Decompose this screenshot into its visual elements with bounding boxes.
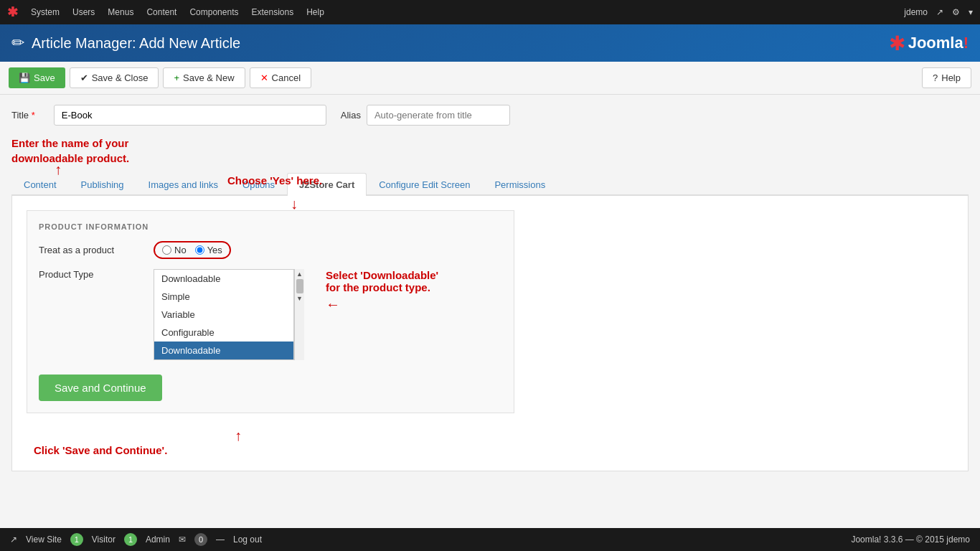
product-type-label: Product Type bbox=[39, 269, 154, 280]
dropdown-list: Downloadable Simple Variable Configurabl… bbox=[154, 269, 294, 360]
tab-images-links[interactable]: Images and links bbox=[136, 173, 231, 196]
top-navigation: ✱ System Users Menus Content Components … bbox=[0, 0, 980, 24]
arrow-downloadable: ← bbox=[326, 296, 438, 313]
cancel-button[interactable]: ✕ Cancel bbox=[250, 67, 311, 88]
page-title-group: ✏ Article Manager: Add New Article bbox=[11, 34, 240, 52]
scrollbar-track: ▲ ▼ bbox=[294, 269, 304, 360]
arrow-save-up: ↑ bbox=[235, 428, 242, 444]
radio-yes[interactable]: Yes bbox=[195, 245, 222, 255]
top-nav-right: jdemo ↗ ⚙ ▾ bbox=[904, 7, 973, 17]
edit-icon: ✏ bbox=[11, 34, 24, 52]
tab-permissions[interactable]: Permissions bbox=[482, 173, 557, 196]
dropdown-item-simple[interactable]: Simple bbox=[154, 288, 293, 306]
radio-oval: No Yes bbox=[154, 241, 231, 259]
tab-publishing[interactable]: Publishing bbox=[69, 173, 136, 196]
radio-no-input[interactable] bbox=[162, 245, 171, 255]
required-marker: * bbox=[32, 110, 35, 121]
radio-yes-label: Yes bbox=[207, 245, 222, 255]
nav-content[interactable]: Content bbox=[146, 7, 176, 17]
scrollbar-thumb bbox=[296, 279, 303, 293]
help-button[interactable]: ? Help bbox=[922, 67, 971, 88]
annotation-save-continue: ↑ Click 'Save and Continue'. bbox=[34, 428, 953, 456]
save-icon: 💾 bbox=[19, 72, 30, 83]
external-link-icon: ↗ bbox=[936, 7, 943, 17]
joomla-wordmark: Joomla! bbox=[908, 34, 969, 52]
treat-label: Treat as a product bbox=[39, 245, 154, 255]
annotation-name-text: Enter the name of yourdownloadable produ… bbox=[11, 136, 129, 173]
dropdown-item-downloadable-selected[interactable]: Downloadable bbox=[154, 342, 293, 359]
radio-group: No Yes bbox=[162, 245, 222, 255]
nav-help[interactable]: Help bbox=[306, 7, 324, 17]
radio-yes-input[interactable] bbox=[195, 245, 204, 255]
scrollbar-down-icon[interactable]: ▼ bbox=[296, 295, 303, 302]
arrow-up-title: ↑ bbox=[55, 166, 129, 173]
toolbar-buttons: 💾 Save ✔ Save & Close + Save & New ✕ Can… bbox=[9, 67, 311, 88]
toolbar: 💾 Save ✔ Save & Close + Save & New ✕ Can… bbox=[0, 62, 980, 95]
nav-components[interactable]: Components bbox=[189, 7, 238, 17]
save-new-button[interactable]: + Save & New bbox=[163, 67, 245, 88]
joomla-logo: ✱ Joomla! bbox=[889, 32, 969, 55]
product-info-section: PRODUCT INFORMATION Treat as a product N… bbox=[27, 210, 514, 413]
content-area: Title * Alias Enter the name of yourdown… bbox=[0, 95, 980, 481]
treat-as-product-row: Treat as a product No Yes bbox=[39, 241, 502, 259]
radio-no-label: No bbox=[174, 245, 187, 255]
main-panel: Choose 'Yes' here. ↓ PRODUCT INFORMATION… bbox=[11, 196, 969, 471]
gear-icon[interactable]: ⚙ bbox=[952, 7, 960, 17]
title-row: Title * Alias bbox=[11, 105, 969, 126]
annotation-choose-yes: Choose 'Yes' here. bbox=[227, 174, 322, 187]
top-nav-menu: ✱ System Users Menus Content Components … bbox=[7, 4, 324, 20]
product-type-row: Product Type Downloadable Simple Variabl… bbox=[39, 269, 502, 360]
page-title: Article Manager: Add New Article bbox=[32, 35, 240, 52]
title-input[interactable] bbox=[54, 105, 326, 126]
dropdown-item-variable[interactable]: Variable bbox=[154, 306, 293, 324]
dropdown-container: Downloadable Simple Variable Configurabl… bbox=[154, 269, 304, 360]
tab-bar: Content Publishing Images and links Opti… bbox=[11, 173, 969, 196]
user-name[interactable]: jdemo bbox=[904, 7, 928, 17]
save-continue-button[interactable]: Save and Continue bbox=[39, 375, 162, 401]
nav-extensions[interactable]: Extensions bbox=[251, 7, 293, 17]
radio-no[interactable]: No bbox=[162, 245, 187, 255]
gear-dropdown-icon: ▾ bbox=[969, 7, 973, 17]
help-icon: ? bbox=[933, 72, 938, 83]
nav-system[interactable]: System bbox=[31, 7, 60, 17]
check-icon: ✔ bbox=[80, 72, 88, 83]
tab-configure-edit-screen[interactable]: Configure Edit Screen bbox=[367, 173, 482, 196]
arrow-yes: ↓ bbox=[291, 196, 298, 212]
nav-menus[interactable]: Menus bbox=[108, 7, 133, 17]
nav-users[interactable]: Users bbox=[72, 7, 95, 17]
cancel-icon: ✕ bbox=[260, 72, 268, 83]
alias-group: Alias bbox=[341, 105, 510, 126]
alias-label: Alias bbox=[341, 110, 361, 121]
scrollbar-up-icon[interactable]: ▲ bbox=[296, 270, 303, 278]
save-button[interactable]: 💾 Save bbox=[9, 67, 65, 88]
product-section-title: PRODUCT INFORMATION bbox=[39, 222, 502, 231]
title-label: Title * bbox=[11, 110, 35, 121]
annotation-area: Enter the name of yourdownloadable produ… bbox=[11, 136, 969, 173]
annotation-name: Enter the name of yourdownloadable produ… bbox=[11, 136, 969, 173]
alias-input[interactable] bbox=[367, 105, 510, 126]
dropdown-item-configurable[interactable]: Configurable bbox=[154, 324, 293, 342]
joomla-symbol: ✱ bbox=[889, 32, 905, 55]
annotation-select-downloadable: Select 'Downloadable'for the product typ… bbox=[326, 269, 438, 313]
save-close-button[interactable]: ✔ Save & Close bbox=[70, 67, 159, 88]
dropdown-wrapper: Downloadable Simple Variable Configurabl… bbox=[154, 269, 304, 360]
plus-icon: + bbox=[174, 72, 179, 83]
header-bar: ✏ Article Manager: Add New Article ✱ Joo… bbox=[0, 24, 980, 62]
annotation-click-save: Click 'Save and Continue'. bbox=[34, 444, 167, 456]
joomla-icon-top: ✱ bbox=[7, 4, 18, 20]
dropdown-item-downloadable-top[interactable]: Downloadable bbox=[154, 270, 293, 288]
